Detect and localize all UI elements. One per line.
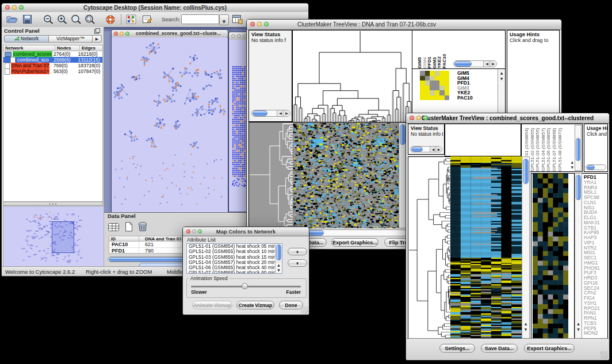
scrollbar-thumb[interactable]: [523, 159, 529, 184]
attribute-table-icon[interactable]: [108, 222, 120, 232]
matrix-cell[interactable]: [439, 71, 445, 76]
tv1-heatmap-canvas[interactable]: [293, 122, 399, 228]
network-overview-canvas[interactable]: [3, 206, 104, 267]
matrix-cell[interactable]: [439, 90, 445, 95]
matrix-cell[interactable]: [425, 86, 430, 91]
scrollbar-thumb[interactable]: [276, 244, 281, 260]
annotation-icon[interactable]: [142, 14, 152, 24]
tv2-global-vscrollbar[interactable]: ▲ ▼: [522, 156, 530, 339]
minimize-button[interactable]: [12, 5, 17, 10]
zoom-actual-icon[interactable]: [71, 14, 82, 25]
scrollbar-thumb[interactable]: [576, 138, 580, 161]
tv2-gene-item[interactable]: MON2: [584, 331, 607, 336]
tab-vizmapper[interactable]: VizMapper™: [49, 35, 93, 43]
help-ring-icon[interactable]: [105, 14, 116, 25]
zoom-button[interactable]: [19, 5, 24, 10]
matrix-cell[interactable]: [445, 95, 450, 101]
zoom-out-icon[interactable]: [43, 14, 54, 25]
column-header-id[interactable]: ID: [109, 236, 139, 241]
matrix-cell[interactable]: [435, 76, 440, 81]
minimize-button[interactable]: [416, 116, 421, 120]
network-view-titlebar[interactable]: combined_scores_good.txt--cluste...: [112, 30, 228, 38]
search-dropdown-button[interactable]: ▼: [219, 14, 229, 25]
tv1-heatmap-hscrollbar[interactable]: [293, 229, 407, 236]
zoom-button[interactable]: [423, 116, 428, 120]
column-header-nodes[interactable]: Nodes: [55, 45, 80, 51]
arrow-down-icon[interactable]: ▼: [575, 327, 582, 332]
matrix-cell[interactable]: [425, 76, 430, 81]
matrix-cell[interactable]: [435, 71, 440, 76]
main-titlebar[interactable]: Cytoscape Desktop (Session Name: collins…: [2, 3, 308, 13]
matrix-cell[interactable]: [435, 95, 440, 101]
matrix-cell[interactable]: [445, 71, 450, 76]
matrix-cell[interactable]: [425, 81, 430, 86]
close-button[interactable]: [5, 5, 10, 10]
minimize-button[interactable]: [120, 32, 124, 36]
matrix-cell[interactable]: [420, 76, 425, 81]
create-vizmap-button[interactable]: Create Vizmap: [236, 301, 274, 309]
zoom-fit-selected-icon[interactable]: [85, 14, 95, 25]
minimize-button[interactable]: [192, 229, 196, 233]
done-button[interactable]: Done: [279, 301, 303, 309]
attribute-list-item[interactable]: GPL51-07 (GSM868) heat shock 60 min: [187, 270, 275, 274]
tv2-row-dendrogram-canvas[interactable]: [408, 156, 451, 340]
delete-attribute-icon[interactable]: [137, 221, 148, 232]
tab-overflow-button[interactable]: ▶: [93, 35, 102, 43]
matrix-cell[interactable]: [439, 81, 445, 86]
treeview2-titlebar[interactable]: ClusterMaker TreeView : combined_scores_…: [406, 113, 609, 124]
zoom-button[interactable]: [198, 229, 202, 233]
matrix-cell[interactable]: [420, 81, 425, 86]
minimize-button[interactable]: [237, 34, 241, 38]
tv2-column-dendrogram-area[interactable]: [445, 124, 521, 156]
tv2-gene-list-scrollbar[interactable]: ▲ ▼: [575, 173, 582, 339]
scrollbar-thumb[interactable]: [411, 147, 423, 152]
tv2-global-heatmap-canvas[interactable]: [450, 156, 522, 339]
zoom-button[interactable]: [264, 22, 269, 26]
tv1-export-graphics-button[interactable]: Export Graphics...: [331, 238, 378, 247]
tv1-zoom-hscrollbar[interactable]: ◀ ▶: [453, 60, 497, 67]
matrix-cell[interactable]: [439, 86, 445, 91]
dialog-titlebar[interactable]: Map Colors to Network: [183, 227, 309, 236]
tv2-zoom-heatmap-canvas[interactable]: [533, 174, 568, 338]
minimize-button[interactable]: [257, 22, 262, 26]
arrow-down-icon[interactable]: ▼: [571, 164, 573, 170]
arrow-down-icon[interactable]: ▼: [498, 76, 505, 82]
new-attribute-icon[interactable]: [124, 221, 134, 232]
zoom-button[interactable]: [125, 32, 129, 36]
tab-network[interactable]: Network: [4, 35, 49, 43]
matrix-cell[interactable]: [425, 71, 430, 76]
matrix-cell[interactable]: [425, 95, 430, 101]
scrollbar-thumb[interactable]: [454, 61, 472, 67]
close-button[interactable]: [250, 22, 255, 26]
resize-grip[interactable]: [301, 306, 308, 314]
tv2-view-status-scrollbar[interactable]: ◀ ▶: [410, 146, 442, 152]
network-table-header[interactable]: Network Nodes Edges: [3, 45, 103, 51]
float-panel-icon[interactable]: [94, 28, 100, 34]
panel-splitter[interactable]: [3, 202, 103, 206]
scrollbar-thumb[interactable]: [253, 110, 267, 116]
arrow-right-icon[interactable]: ▶: [436, 147, 442, 152]
attribute-list-scrollbar[interactable]: ▲ ▼: [275, 244, 282, 273]
tv2-export-graphics-button[interactable]: Export Graphics...: [524, 344, 575, 352]
arrow-up-icon[interactable]: ▲: [575, 321, 582, 327]
matrix-cell[interactable]: [430, 81, 435, 86]
open-folder-icon[interactable]: [6, 15, 18, 24]
tv1-view-status-scrollbar[interactable]: ◀ ▶: [251, 110, 290, 117]
arrow-up-icon[interactable]: ▲: [522, 321, 529, 327]
matrix-cell[interactable]: [445, 76, 450, 81]
network-row[interactable]: DNA and Tran 07769(0)183728(0): [3, 63, 102, 68]
arrow-right-icon[interactable]: ▶: [490, 61, 496, 67]
matrix-cell[interactable]: [435, 86, 440, 91]
close-button[interactable]: [410, 116, 414, 120]
matrix-cell[interactable]: [420, 95, 425, 101]
column-header-edges[interactable]: Edges: [80, 45, 102, 51]
network-view-canvas[interactable]: [112, 37, 227, 212]
network-row[interactable]: combined_scores2764(0)16218(0): [3, 51, 102, 57]
matrix-cell[interactable]: [430, 76, 435, 81]
scrollbar-thumb[interactable]: [400, 124, 406, 145]
network-row[interactable]: combined_sco2569(6)13112(15): [3, 57, 102, 63]
matrix-cell[interactable]: [420, 86, 425, 91]
move-up-button[interactable]: ∧: [288, 248, 307, 255]
column-header-network[interactable]: Network: [3, 45, 55, 51]
matrix-cell[interactable]: [435, 90, 440, 95]
